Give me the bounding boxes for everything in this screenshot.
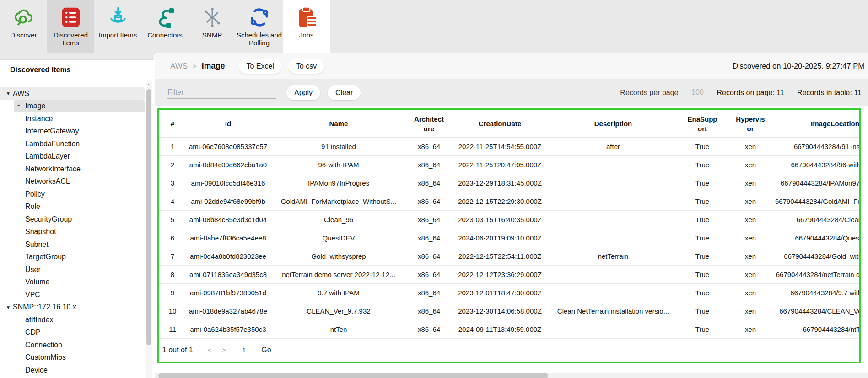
tree-item-custommibs[interactable]: CustomMibs	[0, 351, 154, 364]
tree-item-internetgateway[interactable]: InternetGateway	[0, 125, 154, 138]
records-per-page-input[interactable]	[685, 87, 711, 98]
table-header-row: #IdNameArchitectureCreationDateDescripti…	[159, 110, 861, 138]
cell-creationdate: 2023-12-01T18:47:30.000Z	[451, 284, 549, 302]
sidebar-title: Discovered Items	[0, 60, 154, 80]
table-row[interactable]: 11ami-0a624b35f57e350c3ntTenx86_642024-0…	[159, 320, 861, 339]
tree-item-lambdafunction[interactable]: LambdaFunction	[0, 138, 154, 150]
column-header-id[interactable]: Id	[186, 110, 270, 138]
toolbar-item-discover[interactable]: Discover	[0, 0, 47, 53]
tree-item-networksacl[interactable]: NetworksACL	[0, 176, 154, 188]
toolbar-item-schedules-and-polling[interactable]: Schedules and Polling	[236, 0, 283, 53]
cell-: 1	[159, 138, 186, 156]
cell-hypervisor: xen	[728, 229, 773, 247]
toolbar-item-jobs[interactable]: Jobs	[283, 0, 330, 53]
column-header-architecture[interactable]: Architecture	[407, 110, 451, 138]
tree-item-image[interactable]: •Image	[14, 100, 145, 113]
tree-item-label: atIfIndex	[25, 316, 53, 324]
clear-button[interactable]: Clear	[328, 85, 361, 100]
apply-button[interactable]: Apply	[286, 85, 320, 100]
tree-item-targetgroup[interactable]: TargetGroup	[0, 251, 154, 264]
to-csv-button[interactable]: To csv	[288, 59, 324, 74]
tree-item-snapshot[interactable]: Snapshot	[0, 226, 154, 239]
column-header-hypervisor[interactable]: Hypervisor	[728, 110, 773, 138]
page-number-input[interactable]	[237, 345, 251, 355]
column-header-creationdate[interactable]: CreationDate	[451, 110, 549, 138]
cell-imagelocation: 667904443284/ntTen	[773, 320, 861, 339]
tree-item-networkinterface[interactable]: NetworkInterface	[0, 163, 154, 176]
tree-item-snmp-172-16-10-x[interactable]: ▼SNMP::172.16.10.x	[0, 301, 154, 314]
tree-item-cdp[interactable]: CDP	[0, 326, 154, 339]
cell-name: 91 installed	[270, 138, 407, 156]
cell-imagelocation: 667904443284/91 installed	[773, 138, 861, 156]
tree-item-connection[interactable]: Connection	[0, 339, 154, 351]
prev-page-button[interactable]: <	[208, 346, 212, 354]
table-row[interactable]: 8ami-0711836ea349d35c8netTerrain demo se…	[159, 266, 861, 284]
table-row[interactable]: 5ami-08b84c85e3d3c1d04Clean_96x86_642023…	[159, 211, 861, 229]
table-row[interactable]: 6ami-0abe7f836ca5e4ee8QuestDEVx86_642024…	[159, 229, 861, 247]
import-items-icon	[106, 5, 130, 30]
go-button[interactable]: Go	[261, 346, 271, 354]
table-row[interactable]: 4ami-02dde94f68e99bf9bGoldAMI_ForMarketp…	[159, 192, 861, 211]
tree-item-securitygroup[interactable]: SecurityGroup	[0, 213, 154, 226]
tree-item-volume[interactable]: Volume	[0, 276, 154, 289]
tree-item-label: User	[25, 266, 41, 274]
tree-item-role[interactable]: Role	[0, 201, 154, 213]
table-row[interactable]: 2ami-0d84c09d662cba1a096-with-IPAMx86_64…	[159, 156, 861, 174]
cell-name: 96-with-IPAM	[270, 156, 407, 174]
cell-hypervisor: xen	[728, 302, 773, 320]
tree-item-atifindex[interactable]: atIfIndex	[0, 314, 154, 326]
tree-item-label: AWS	[13, 90, 29, 98]
cell-hypervisor: xen	[728, 138, 773, 156]
cell-description	[549, 211, 677, 229]
sidebar-vertical-scrollbar[interactable]: ▲	[146, 81, 152, 378]
column-header-imagelocation[interactable]: ImageLocation	[773, 110, 861, 138]
cell-creationdate: 2022-11-25T20:47:05.000Z	[451, 156, 549, 174]
tree-item-device[interactable]: Device	[0, 364, 154, 377]
column-header-label: Hypervisor	[734, 114, 767, 133]
cell-name: Gold_withsysprep	[270, 247, 407, 266]
cell-description	[549, 174, 677, 192]
discovered-items-tree: ▼AWS•ImageInstanceInternetGatewayLambdaF…	[0, 87, 154, 378]
column-header-enasupport[interactable]: EnaSupport	[677, 110, 728, 138]
to-excel-button[interactable]: To Excel	[238, 59, 281, 74]
tree-item-aws[interactable]: ▼AWS	[0, 87, 145, 100]
scrollbar-thumb[interactable]	[146, 89, 151, 345]
tree-item-subnet[interactable]: Subnet	[0, 238, 154, 251]
cell-id: ami-09010fcd5df46e316	[186, 174, 270, 192]
column-header-[interactable]: #	[159, 110, 186, 138]
table-row[interactable]: 9ami-098781bf97389051d9.7 with IPAMx86_6…	[159, 284, 861, 302]
toolbar-item-snmp[interactable]: SNMP	[189, 0, 236, 53]
scrollbar-up-arrow-icon[interactable]: ▲	[146, 81, 152, 88]
table-row[interactable]: 3ami-09010fcd5df46e316IPAMon97InProgresx…	[159, 174, 861, 192]
breadcrumb-parent[interactable]: AWS	[170, 62, 188, 71]
tree-item-instance[interactable]: Instance	[0, 112, 154, 125]
toolbar-item-import-items[interactable]: Import Items	[94, 0, 141, 53]
column-header-name[interactable]: Name	[270, 110, 407, 138]
cell-hypervisor: xen	[728, 211, 773, 229]
expand-arrow-icon[interactable]: ▼	[6, 91, 13, 96]
main-panel: AWS > Image To Excel To csv Discovered o…	[155, 53, 868, 378]
tree-item-vpc[interactable]: VPC	[0, 288, 154, 301]
horizontal-scrollbar[interactable]	[155, 373, 868, 378]
tree-item-policy[interactable]: Policy	[0, 188, 154, 201]
tree-item-label: Device	[25, 366, 48, 374]
toolbar-item-discovered-items[interactable]: Discovered Items	[47, 0, 94, 53]
cell-enasupport: True	[677, 174, 728, 192]
toolbar-item-label: Schedules and Polling	[236, 31, 283, 47]
horizontal-scrollbar-thumb[interactable]	[158, 373, 548, 378]
tree-item-lambdalayer[interactable]: LambdaLayer	[0, 150, 154, 163]
table-row[interactable]: 7ami-0d4a8b0fd823023eeGold_withsysprepx8…	[159, 247, 861, 266]
toolbar-item-connectors[interactable]: Connectors	[141, 0, 189, 53]
tree-item-user[interactable]: User	[0, 263, 154, 276]
expand-arrow-icon[interactable]: ▼	[6, 305, 13, 310]
cell-hypervisor: xen	[728, 156, 773, 174]
column-header-description[interactable]: Description	[549, 110, 677, 138]
table-row[interactable]: 10ami-018de9a327ab4678eCLEAN_Ver_9.7.932…	[159, 302, 861, 320]
tree-item-label: Policy	[25, 190, 45, 198]
next-page-button[interactable]: >	[221, 346, 226, 354]
filter-input[interactable]	[167, 86, 276, 99]
cell-enasupport: True	[677, 266, 728, 284]
table-row[interactable]: 1ami-06e7608e085337e5791 installedx86_64…	[159, 138, 861, 156]
cell-: 5	[159, 211, 186, 229]
cell-id: ami-0d4a8b0fd823023ee	[186, 247, 270, 266]
